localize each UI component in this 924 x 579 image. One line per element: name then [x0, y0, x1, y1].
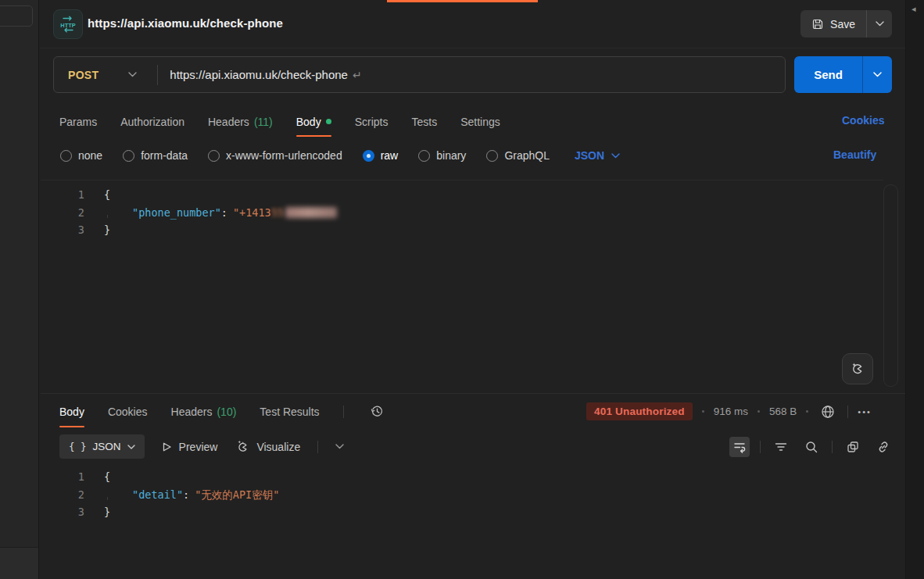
- svg-text:HTTP: HTTP: [60, 22, 75, 29]
- json-colon: :: [221, 206, 227, 219]
- collapse-panel-icon[interactable]: ◂: [911, 5, 916, 13]
- line-number: 1: [41, 468, 84, 486]
- url-input[interactable]: https://api.xiaomu.uk/check-phone: [170, 68, 348, 81]
- line-number: 2: [41, 486, 84, 504]
- line-number: 3: [41, 503, 84, 521]
- network-info-button[interactable]: [818, 402, 838, 422]
- response-tab-body[interactable]: Body: [59, 395, 84, 428]
- chevron-down-icon: [611, 153, 620, 159]
- send-options-button[interactable]: [862, 56, 892, 93]
- tab-settings[interactable]: Settings: [460, 105, 500, 138]
- response-meta: 401 Unauthorized 916 ms 568 B •••: [586, 395, 872, 428]
- postbot-icon: [850, 361, 865, 377]
- response-history-button[interactable]: [367, 402, 388, 422]
- radio-icon: [418, 150, 430, 162]
- json-colon: :: [183, 488, 189, 501]
- headers-count-badge: (11): [254, 116, 273, 128]
- history-icon: [370, 404, 385, 419]
- copy-button[interactable]: [843, 437, 863, 457]
- method-chevron-icon[interactable]: [128, 72, 137, 77]
- wrap-text-icon: [732, 440, 747, 454]
- json-value: "+1413: [233, 206, 271, 219]
- right-sidebar: ◂: [905, 0, 924, 579]
- wrap-text-button[interactable]: [729, 437, 750, 457]
- request-tabs: Params Authorization Headers (11) Body S…: [59, 105, 500, 138]
- send-button[interactable]: Send: [794, 56, 862, 93]
- radio-urlencoded[interactable]: x-www-form-urlencoded: [208, 149, 342, 162]
- send-split-button: Send: [794, 56, 892, 93]
- response-tabs: Body Cookies Headers (10) Test Results: [59, 395, 388, 428]
- cookies-link[interactable]: Cookies: [842, 114, 884, 127]
- preview-icon: [162, 441, 172, 452]
- http-protocol-icon: HTTP: [53, 9, 83, 39]
- radio-raw[interactable]: raw: [363, 149, 399, 162]
- tab-tests[interactable]: Tests: [411, 105, 437, 138]
- tab-params[interactable]: Params: [59, 105, 97, 138]
- code-line: 1 {: [41, 186, 883, 204]
- response-toolbar: { } JSON Preview Visualize: [59, 434, 344, 459]
- toolbar-divider: [343, 406, 344, 418]
- editor-scrollbar[interactable]: [883, 184, 898, 387]
- chevron-down-icon: [873, 72, 882, 77]
- postbot-button[interactable]: [842, 353, 873, 384]
- save-button[interactable]: Save: [800, 10, 866, 38]
- radio-graphql[interactable]: GraphQL: [486, 149, 550, 162]
- response-tab-headers[interactable]: Headers (10): [171, 395, 237, 428]
- save-options-button[interactable]: [866, 10, 892, 38]
- return-icon: ↵: [353, 69, 362, 81]
- request-header-bar: HTTP https://api.xiaomu.uk/check-phone S…: [40, 0, 905, 48]
- code-line: 2 "phone_number":"+141355: [41, 204, 883, 222]
- section-divider[interactable]: [41, 393, 905, 394]
- tab-body[interactable]: Body: [296, 105, 331, 138]
- chevron-down-icon[interactable]: [335, 444, 344, 449]
- radio-none[interactable]: none: [60, 149, 102, 162]
- link-button[interactable]: [873, 437, 894, 457]
- filter-icon: [774, 440, 788, 454]
- filter-button[interactable]: [771, 437, 791, 457]
- radio-binary[interactable]: binary: [418, 149, 466, 162]
- app-window: ◂ HTTP https://api.xiaomu.uk/check-phone…: [0, 0, 924, 579]
- code-line: 3 }: [41, 221, 883, 239]
- search-button[interactable]: [801, 437, 822, 457]
- tab-scripts[interactable]: Scripts: [355, 105, 389, 138]
- meta-separator-dot: [806, 410, 808, 413]
- response-body-editor[interactable]: 1 { 2 "detail":"无效的API密钥" 3 }: [41, 464, 883, 579]
- copy-icon: [846, 440, 860, 454]
- request-body-editor[interactable]: 1 { 2 "phone_number":"+141355 3 }: [41, 180, 883, 393]
- beautify-link[interactable]: Beautify: [833, 148, 876, 161]
- sidebar-collapsed-item[interactable]: [0, 5, 33, 27]
- toolbar-divider: [317, 441, 318, 453]
- tab-authorization[interactable]: Authorization: [120, 105, 184, 138]
- json-value: "无效的API密钥": [195, 488, 279, 501]
- braces-icon: { }: [69, 441, 87, 452]
- radio-selected-icon: [363, 150, 374, 162]
- sidebar-footer: [0, 548, 38, 579]
- meta-separator-dot: [702, 410, 704, 413]
- preview-button[interactable]: Preview: [162, 441, 218, 453]
- save-label: Save: [830, 18, 855, 30]
- chevron-down-icon: [127, 445, 135, 449]
- json-key: "detail": [132, 488, 183, 501]
- response-headers-count-badge: (10): [217, 406, 236, 418]
- radio-form-data[interactable]: form-data: [123, 149, 188, 162]
- tab-headers[interactable]: Headers (11): [208, 105, 273, 138]
- method-selector[interactable]: POST: [54, 69, 98, 81]
- response-tab-test-results[interactable]: Test Results: [260, 395, 319, 428]
- chevron-down-icon: [876, 21, 884, 27]
- body-content-dot: [326, 119, 331, 124]
- visualize-button[interactable]: Visualize: [235, 439, 300, 454]
- json-close-brace: }: [104, 223, 110, 236]
- save-split-button: Save: [800, 10, 892, 38]
- redaction-blur: [285, 207, 337, 218]
- request-title: https://api.xiaomu.uk/check-phone: [88, 16, 283, 30]
- more-options-icon[interactable]: •••: [858, 407, 872, 416]
- format-dropdown[interactable]: JSON: [575, 149, 620, 162]
- response-size: 568 B: [769, 406, 797, 417]
- response-format-dropdown[interactable]: { } JSON: [59, 434, 145, 459]
- redacted-digits: 55: [271, 206, 284, 219]
- radio-icon: [208, 150, 220, 162]
- response-tab-cookies[interactable]: Cookies: [108, 395, 148, 428]
- radio-icon: [486, 150, 498, 162]
- save-icon: [811, 18, 824, 30]
- visualize-icon: [235, 439, 249, 454]
